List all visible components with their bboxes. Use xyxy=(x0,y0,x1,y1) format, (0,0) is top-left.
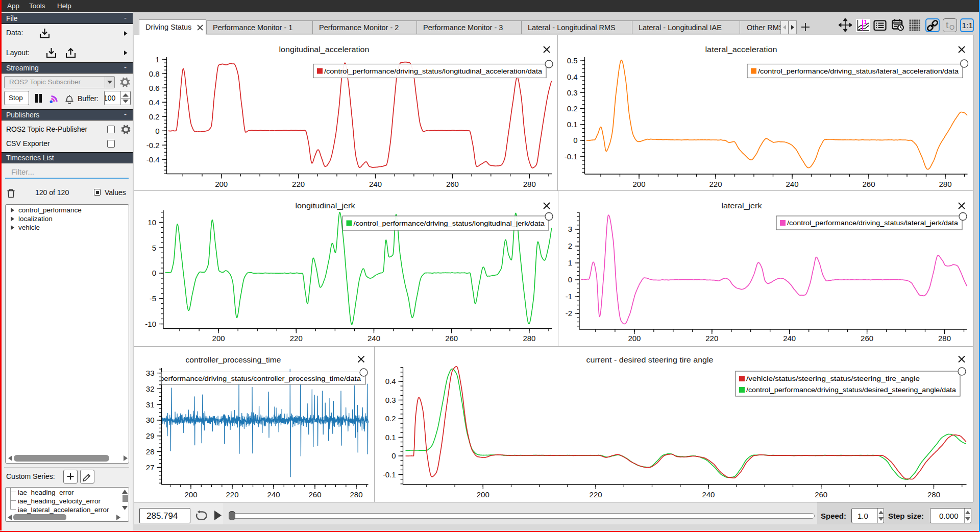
svg-text:3: 3 xyxy=(568,225,572,233)
svg-text:1: 1 xyxy=(155,55,159,64)
svg-text:220: 220 xyxy=(709,180,722,188)
svg-text:0: 0 xyxy=(573,136,577,144)
svg-text:240: 240 xyxy=(368,334,380,343)
svg-text:0.1: 0.1 xyxy=(567,120,578,129)
svg-text:280: 280 xyxy=(523,180,536,188)
svg-text:1: 1 xyxy=(568,258,572,267)
svg-text:controller_processing_time: controller_processing_time xyxy=(186,356,281,364)
svg-text:longitudinal_jerk: longitudinal_jerk xyxy=(296,202,356,210)
svg-text:0.2: 0.2 xyxy=(385,414,396,423)
svg-text:lateral_acceleration: lateral_acceleration xyxy=(705,45,777,54)
svg-text:200: 200 xyxy=(215,180,228,188)
svg-text:260: 260 xyxy=(308,490,321,499)
svg-text:260: 260 xyxy=(862,180,875,188)
svg-text:260: 260 xyxy=(445,334,458,343)
svg-text:-0.1: -0.1 xyxy=(383,470,396,479)
svg-text:280: 280 xyxy=(523,334,535,343)
svg-text:longitudinal_acceleration: longitudinal_acceleration xyxy=(279,45,370,54)
svg-text:0.8: 0.8 xyxy=(149,69,160,78)
svg-text:33: 33 xyxy=(146,369,155,377)
svg-text:260: 260 xyxy=(446,180,459,188)
svg-text:0.3: 0.3 xyxy=(385,396,396,404)
svg-text:220: 220 xyxy=(292,180,305,188)
svg-text:0.6: 0.6 xyxy=(149,84,160,92)
svg-text:220: 220 xyxy=(590,490,602,499)
svg-text:0.3: 0.3 xyxy=(567,88,578,97)
svg-text:280: 280 xyxy=(939,180,951,188)
svg-text:lateral_jerk: lateral_jerk xyxy=(722,202,763,210)
svg-text:/control_performance/driving_s: /control_performance/driving_status/desi… xyxy=(746,386,957,394)
svg-text:0: 0 xyxy=(391,451,396,460)
svg-text:/vehicle/status/steering_statu: /vehicle/status/steering_status/steering… xyxy=(746,375,920,382)
svg-text:/control_performance/driving_s: /control_performance/driving_status/late… xyxy=(787,219,959,227)
svg-text:220: 220 xyxy=(705,334,718,343)
svg-text:0.4: 0.4 xyxy=(149,98,160,107)
svg-text:-0.1: -0.1 xyxy=(565,152,578,161)
svg-text:200: 200 xyxy=(632,180,645,188)
svg-text:240: 240 xyxy=(267,490,280,499)
svg-text:current - desired steering tir: current - desired steering tire angle xyxy=(586,356,714,364)
svg-text:-0.2: -0.2 xyxy=(146,141,160,150)
svg-text:0.1: 0.1 xyxy=(385,433,396,442)
svg-text:260: 260 xyxy=(861,334,873,343)
svg-text:10: 10 xyxy=(148,218,156,227)
svg-text:-5: -5 xyxy=(150,294,156,303)
svg-text:28: 28 xyxy=(146,447,155,456)
svg-text:240: 240 xyxy=(702,490,715,499)
svg-text:220: 220 xyxy=(226,490,238,499)
svg-text:0: 0 xyxy=(568,275,572,284)
svg-text:-2: -2 xyxy=(566,309,572,318)
svg-text:0: 0 xyxy=(155,127,159,135)
svg-text:0.5: 0.5 xyxy=(567,56,578,65)
svg-text:240: 240 xyxy=(783,334,796,343)
svg-text:/control_performance/driving_s: /control_performance/driving_status/long… xyxy=(354,220,545,227)
svg-text:/control_performance/driving_s: /control_performance/driving_status/late… xyxy=(758,67,959,75)
svg-text:240: 240 xyxy=(786,180,798,188)
svg-text:220: 220 xyxy=(290,334,303,343)
svg-text:260: 260 xyxy=(815,490,827,499)
svg-text:5: 5 xyxy=(152,244,156,252)
svg-text:30: 30 xyxy=(146,416,155,424)
svg-text:240: 240 xyxy=(369,180,382,188)
svg-text:29: 29 xyxy=(146,431,155,440)
svg-text:31: 31 xyxy=(146,400,155,409)
svg-text:-1: -1 xyxy=(566,292,572,301)
svg-text:200: 200 xyxy=(184,490,197,499)
svg-text:/control_performance/driving_s: /control_performance/driving_status/cont… xyxy=(134,375,361,382)
svg-text:0.4: 0.4 xyxy=(567,72,578,81)
svg-text:200: 200 xyxy=(477,490,489,499)
svg-text:-0.4: -0.4 xyxy=(146,155,160,164)
svg-text:280: 280 xyxy=(927,490,940,499)
svg-text:/control_performance/driving_s: /control_performance/driving_status/long… xyxy=(324,67,543,75)
svg-text:200: 200 xyxy=(212,334,225,343)
svg-text:-10: -10 xyxy=(145,320,156,328)
svg-text:280: 280 xyxy=(350,490,362,499)
svg-text:2: 2 xyxy=(568,241,572,250)
svg-text:0.2: 0.2 xyxy=(567,104,578,113)
svg-text:280: 280 xyxy=(938,334,951,343)
svg-text:0.2: 0.2 xyxy=(149,112,160,121)
svg-text:32: 32 xyxy=(146,384,155,393)
svg-text:0: 0 xyxy=(152,269,156,277)
svg-text:1: 1 xyxy=(864,19,868,25)
svg-text:27: 27 xyxy=(146,463,155,472)
svg-text:200: 200 xyxy=(628,334,641,343)
svg-text:0.4: 0.4 xyxy=(385,377,396,385)
